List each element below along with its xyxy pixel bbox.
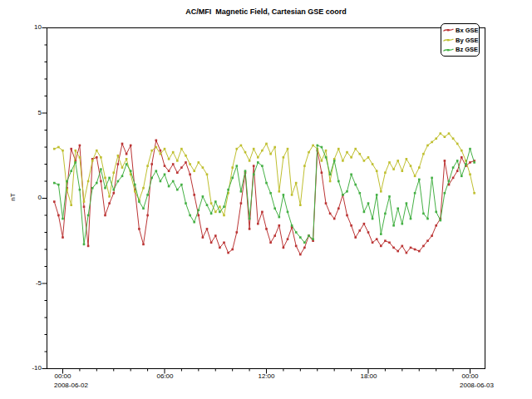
- legend-entry-bx: Bx GSE: [443, 26, 477, 35]
- bz-line-icon: [443, 47, 454, 53]
- plot-area: [0, 0, 532, 399]
- x-axis-start-date: 2008-06-02: [54, 382, 88, 389]
- legend: Bx GSE By GSE Bz GSE: [441, 23, 480, 57]
- bx-line-icon: [443, 27, 454, 33]
- x-tick-label: 00:00: [46, 372, 80, 380]
- y-tick-label: 10: [8, 23, 42, 31]
- chart-title: AC/MFI Magnetic Field, Cartesian GSE coo…: [0, 7, 532, 16]
- by-line-icon: [443, 37, 454, 43]
- legend-entry-by: By GSE: [443, 36, 477, 45]
- x-tick-label: 18:00: [352, 372, 386, 380]
- x-axis-end-date: 2008-06-03: [460, 382, 494, 389]
- legend-label-by: By GSE: [456, 37, 479, 44]
- x-tick-label: 00:00: [453, 372, 487, 380]
- legend-entry-bz: Bz GSE: [443, 45, 477, 54]
- legend-label-bz: Bz GSE: [456, 46, 478, 53]
- chart: AC/MFI Magnetic Field, Cartesian GSE coo…: [0, 0, 532, 399]
- legend-label-bx: Bx GSE: [456, 27, 479, 34]
- y-tick-label: 5: [8, 109, 42, 116]
- x-tick-label: 12:00: [249, 372, 283, 380]
- y-tick-label: 0: [8, 194, 42, 201]
- y-tick-label: -10: [8, 364, 42, 372]
- y-tick-label: -5: [8, 279, 42, 287]
- x-tick-label: 06:00: [148, 372, 182, 380]
